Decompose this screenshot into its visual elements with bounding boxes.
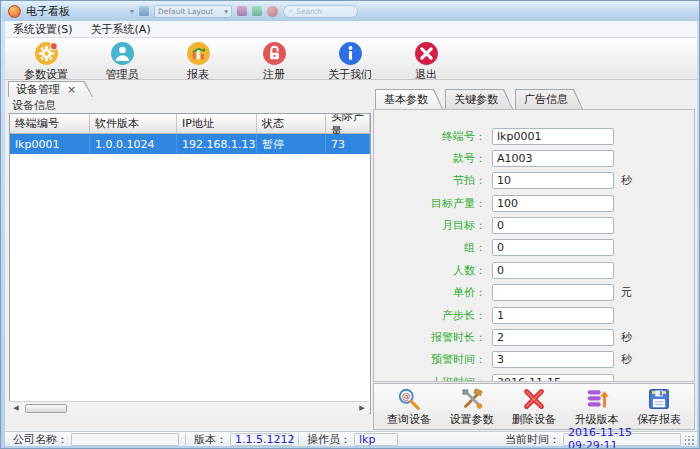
horizontal-scrollbar[interactable]: ◀ ▶ [9, 401, 369, 414]
search-icon: ⌕ [289, 6, 293, 16]
form-row: 款号： [374, 149, 694, 167]
field-unit: 元 [621, 285, 632, 300]
field-label: 预警时间： [374, 352, 492, 367]
field-input[interactable] [492, 172, 614, 189]
field-label: 目标产量： [374, 196, 492, 211]
delete-device-icon [521, 386, 547, 412]
chevron-down-icon[interactable]: ▾ [130, 7, 134, 16]
query-device-button[interactable]: @ 查询设备 [380, 386, 438, 427]
field-label: 终端号： [374, 129, 492, 144]
table-header-row: 终端编号 软件版本 IP地址 状态 实际产量 [10, 114, 371, 134]
admin-button[interactable]: 管理员 [91, 40, 153, 82]
close-icon[interactable]: × [67, 84, 76, 95]
field-input[interactable] [492, 262, 614, 279]
operator-value: lkp [354, 433, 398, 446]
tab-device-management[interactable]: 设备管理 × [8, 81, 93, 97]
tab-key-params[interactable]: 关键参数 [445, 89, 513, 109]
tab-ad-info[interactable]: 广告信息 [515, 89, 583, 109]
field-unit: 秒 [621, 330, 632, 345]
action-button-label: 删除设备 [512, 412, 556, 427]
app-window: 电子看板 ▾ Default Layout ▾ ⌕ Search 系统设置(S)… [0, 0, 700, 449]
param-settings-button[interactable]: 参数设置 [15, 40, 77, 82]
field-input[interactable] [492, 128, 614, 145]
cell-terminal-id: lkp0001 [10, 134, 90, 154]
field-label: 单价： [374, 285, 492, 300]
scroll-right-icon[interactable]: ▶ [355, 402, 369, 414]
menu-system-settings[interactable]: 系统设置(S) [11, 22, 75, 37]
form-row: 产步长： [374, 306, 694, 324]
titlebar-search-input[interactable]: ⌕ Search [283, 5, 358, 18]
field-input[interactable] [492, 150, 614, 167]
form-row: 预警时间： 秒 [374, 351, 694, 369]
cell-software-version: 1.0.0.1024 [90, 134, 177, 154]
action-button-label: 设置参数 [450, 412, 494, 427]
scroll-left-icon[interactable]: ◀ [9, 402, 23, 414]
field-input[interactable] [492, 217, 614, 234]
titlebar[interactable]: 电子看板 ▾ Default Layout ▾ ⌕ Search [2, 1, 699, 21]
action-button-label: 查询设备 [387, 412, 431, 427]
save-report-button[interactable]: 保存报表 [630, 386, 688, 427]
col-terminal-id[interactable]: 终端编号 [10, 114, 90, 134]
client-area: 系统设置(S) 关于系统(A) [5, 21, 697, 446]
register-button[interactable]: 注册 [243, 40, 305, 82]
cell-ip-address: 192.168.1.131 [177, 134, 257, 154]
user-icon [110, 41, 135, 66]
upgrade-version-icon [584, 386, 610, 412]
cell-status: 暂停 [257, 134, 326, 154]
field-label: 产步长： [374, 308, 492, 323]
form-row: 目标产量： [374, 194, 694, 212]
params-form: 终端号： 款号： 节拍： 秒 目标产量： [373, 109, 695, 382]
tool-icon[interactable] [252, 6, 262, 16]
device-table: 终端编号 软件版本 IP地址 状态 实际产量 lkp0001 1.0.0.102… [9, 113, 371, 414]
form-row: 节拍： 秒 [374, 172, 694, 190]
exit-icon [414, 41, 439, 66]
field-label: 节拍： [374, 173, 492, 188]
main-content: 设备管理 × 设备信息 终端编号 软件版本 IP地址 状态 实际产量 lk [5, 80, 697, 431]
field-label: 人数： [374, 263, 492, 278]
field-label: 款号： [374, 151, 492, 166]
about-us-button[interactable]: 关于我们 [319, 40, 381, 82]
action-button-label: 升级版本 [575, 412, 619, 427]
menu-about-system[interactable]: 关于系统(A) [89, 22, 153, 37]
report-button[interactable]: 报表 [167, 40, 229, 82]
record-icon[interactable] [267, 6, 278, 17]
set-params-icon [459, 386, 485, 412]
field-input[interactable] [492, 307, 614, 324]
gear-icon [34, 41, 59, 66]
resize-grip[interactable] [685, 436, 695, 446]
layout-icon[interactable] [139, 6, 149, 16]
tab-basic-params[interactable]: 基本参数 [375, 89, 443, 109]
layout-selector-value: Default Layout [158, 7, 213, 16]
tool-icon[interactable] [237, 6, 247, 16]
upgrade-version-button[interactable]: 升级版本 [568, 386, 626, 427]
field-label: 组： [374, 240, 492, 255]
current-time-value: 2016-11-15 09:29:11 [563, 433, 681, 446]
col-actual-output[interactable]: 实际产量 [326, 114, 370, 134]
exit-button[interactable]: 退出 [395, 40, 457, 82]
scrollbar-thumb[interactable] [25, 404, 67, 413]
field-input[interactable] [492, 374, 614, 382]
svg-text:@: @ [402, 391, 410, 401]
cell-actual-output: 73 [326, 134, 370, 154]
field-input[interactable] [492, 284, 614, 301]
col-status[interactable]: 状态 [257, 114, 326, 134]
field-input[interactable] [492, 329, 614, 346]
col-ip-address[interactable]: IP地址 [177, 114, 257, 134]
params-panel: 基本参数 关键参数 广告信息 终端号： 款 [373, 89, 695, 431]
field-input[interactable] [492, 351, 614, 368]
col-software-version[interactable]: 软件版本 [90, 114, 177, 134]
set-params-button[interactable]: 设置参数 [443, 386, 501, 427]
layout-selector[interactable]: Default Layout ▾ [154, 5, 232, 18]
current-time-label: 当前时间： [505, 432, 560, 447]
delete-device-button[interactable]: 删除设备 [505, 386, 563, 427]
form-row: 组： [374, 239, 694, 257]
version-label: 版本： [194, 432, 227, 447]
form-row: 报警时长： 秒 [374, 329, 694, 347]
form-row: 上班时间： [374, 373, 694, 382]
tab-label: 设备管理 [16, 82, 60, 97]
app-icon [8, 5, 21, 18]
field-input[interactable] [492, 239, 614, 256]
menubar: 系统设置(S) 关于系统(A) [5, 21, 697, 38]
field-input[interactable] [492, 195, 614, 212]
table-row[interactable]: lkp0001 1.0.0.1024 192.168.1.131 暂停 73 [10, 134, 371, 154]
